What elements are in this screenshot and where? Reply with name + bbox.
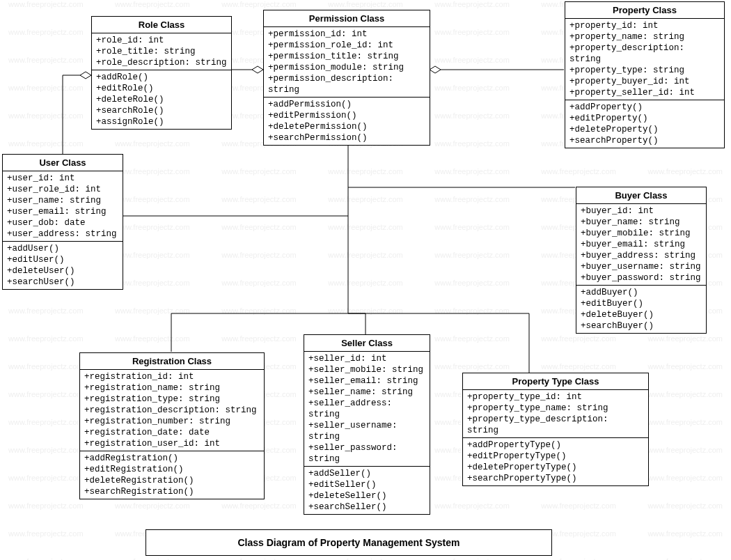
class-box-buyer: Buyer Class +buyer_id: int+buyer_name: s… — [576, 187, 707, 334]
class-attrs-permission: +permission_id: int+permission_role_id: … — [264, 27, 430, 98]
class-box-seller: Seller Class +seller_id: int+seller_mobi… — [304, 334, 430, 515]
class-attrs-propertytype: +property_type_id: int+property_type_nam… — [463, 390, 648, 438]
class-ops-registration: +addRegistration()+editRegistration()+de… — [80, 451, 264, 499]
class-title-user: User Class — [3, 155, 123, 171]
class-ops-role: +addRole()+editRole()+deleteRole()+searc… — [92, 70, 231, 129]
class-attrs-property: +property_id: int+property_name: string+… — [565, 19, 724, 100]
class-attrs-registration: +registration_id: int+registration_name:… — [80, 370, 264, 451]
class-box-property: Property Class +property_id: int+propert… — [565, 1, 725, 148]
class-ops-buyer: +addBuyer()+editBuyer()+deleteBuyer()+se… — [576, 286, 706, 333]
class-title-property: Property Class — [565, 2, 724, 19]
class-title-registration: Registration Class — [80, 353, 264, 370]
diagram-caption: Class Diagram of Property Management Sys… — [146, 529, 552, 556]
class-attrs-buyer: +buyer_id: int+buyer_name: string+buyer_… — [576, 204, 706, 286]
class-box-user: User Class +user_id: int+user_role_id: i… — [2, 154, 123, 290]
class-box-permission: Permission Class +permission_id: int+per… — [263, 10, 430, 146]
class-box-role: Role Class +role_id: int+role_title: str… — [91, 16, 232, 130]
class-title-permission: Permission Class — [264, 10, 430, 27]
class-ops-permission: +addPermission()+editPermission()+delete… — [264, 98, 430, 145]
class-ops-user: +addUser()+editUser()+deleteUser()+searc… — [3, 242, 123, 289]
class-attrs-user: +user_id: int+user_role_id: int+user_nam… — [3, 171, 123, 242]
class-attrs-role: +role_id: int+role_title: string+role_de… — [92, 33, 231, 70]
class-ops-property: +addProperty()+editProperty()+deleteProp… — [565, 100, 724, 148]
class-title-seller: Seller Class — [304, 335, 430, 352]
class-box-propertytype: Property Type Class +property_type_id: i… — [462, 373, 649, 486]
class-title-role: Role Class — [92, 17, 231, 33]
class-title-buyer: Buyer Class — [576, 187, 706, 204]
class-attrs-seller: +seller_id: int+seller_mobile: string+se… — [304, 352, 430, 467]
class-ops-propertytype: +addPropertyType()+editPropertyType()+de… — [463, 438, 648, 485]
class-ops-seller: +addSeller()+editSeller()+deleteSeller()… — [304, 467, 430, 514]
class-title-propertytype: Property Type Class — [463, 373, 648, 390]
class-box-registration: Registration Class +registration_id: int… — [79, 352, 265, 499]
